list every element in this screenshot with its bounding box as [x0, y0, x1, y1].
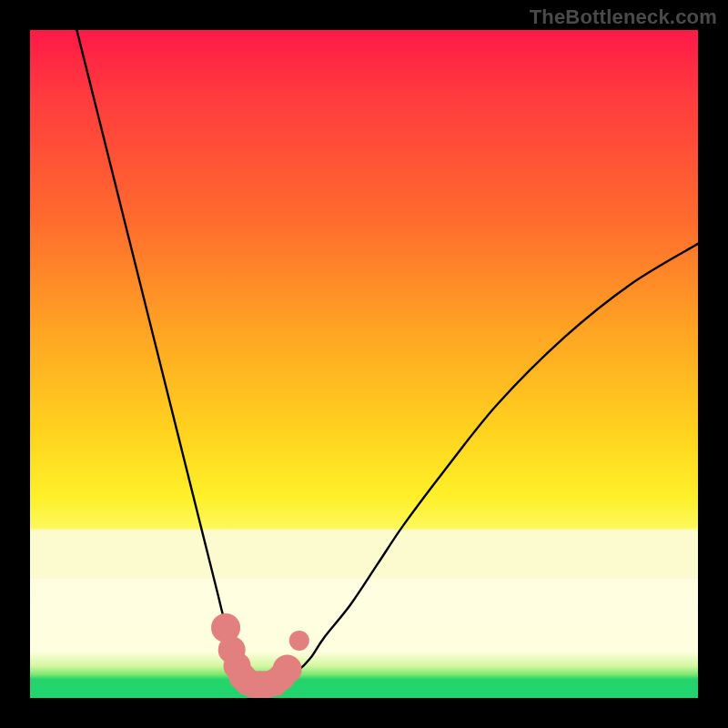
curve-marker [273, 654, 302, 683]
chart-svg [30, 30, 698, 698]
watermark-text: TheBottleneck.com [530, 5, 717, 29]
curve-marker [289, 631, 309, 651]
plot-area [30, 30, 698, 698]
marker-group [211, 613, 309, 698]
outer-frame: TheBottleneck.com [0, 0, 728, 728]
bottleneck-curve [76, 30, 698, 685]
